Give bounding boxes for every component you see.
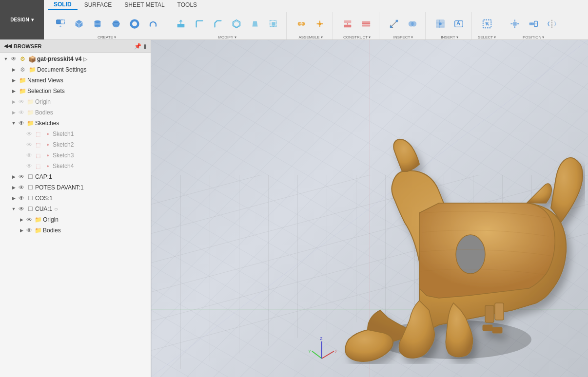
browser-panel: ◀◀ BROWSER 📌 ▮ ▼ 👁 ⚙ 📦 gat-presskit4 v4 … bbox=[0, 40, 151, 377]
insert-svg-btn[interactable] bbox=[450, 15, 468, 33]
svg-rect-25 bbox=[396, 19, 398, 22]
bodies-toggle[interactable]: ▶ bbox=[10, 109, 18, 116]
sketch4-visibility[interactable]: 👁 bbox=[26, 163, 33, 170]
root-settings-icon: ⚙ bbox=[19, 55, 26, 63]
tree-item-cua1-bodies[interactable]: ▶ 👁 📁 Bodies bbox=[0, 225, 151, 236]
motion-link-btn[interactable] bbox=[311, 15, 329, 33]
tree-item-sketch3[interactable]: 👁 ⬚ ● Sketch3 bbox=[0, 150, 151, 161]
shell-btn[interactable] bbox=[228, 15, 245, 33]
tree-item-sketches[interactable]: ▼ 👁 📁 Sketches bbox=[0, 118, 151, 129]
create-label[interactable]: CREATE▾ bbox=[98, 35, 116, 39]
tree-item-cua1-origin[interactable]: ▶ 👁 📁 Origin bbox=[0, 214, 151, 225]
tree-item-named-views[interactable]: ▶ 📁 Named Views bbox=[0, 75, 151, 86]
named-views-toggle[interactable]: ▶ bbox=[10, 76, 18, 84]
svg-point-6 bbox=[113, 20, 120, 27]
tree-item-cos1[interactable]: ▶ 👁 ☐ COS:1 bbox=[0, 193, 151, 204]
svg-rect-9 bbox=[177, 24, 185, 27]
potes-toggle[interactable]: ▶ bbox=[10, 184, 18, 191]
position-label[interactable]: POSITION▾ bbox=[523, 35, 544, 39]
tab-tools[interactable]: TOOLS bbox=[172, 0, 203, 10]
cua1-bodies-visibility[interactable]: 👁 bbox=[26, 227, 33, 234]
box-btn[interactable] bbox=[70, 15, 88, 33]
selection-sets-toggle[interactable]: ▶ bbox=[10, 87, 18, 95]
sketch2-visibility[interactable]: 👁 bbox=[26, 141, 33, 148]
sketches-toggle[interactable]: ▼ bbox=[10, 119, 18, 127]
cylinder-btn[interactable] bbox=[89, 15, 106, 33]
insert-icons bbox=[431, 12, 468, 35]
offset-plane-btn[interactable] bbox=[339, 15, 356, 33]
svg-rect-17 bbox=[344, 20, 352, 23]
sketch3-visibility[interactable]: 👁 bbox=[26, 152, 33, 159]
design-button[interactable]: DESIGN ▾ bbox=[0, 0, 44, 39]
tree-item-potes[interactable]: ▶ 👁 ☐ POTES DAVANT:1 bbox=[0, 182, 151, 193]
joint-btn[interactable] bbox=[293, 15, 310, 33]
tree-item-sketch4[interactable]: 👁 ⬚ ● Sketch4 bbox=[0, 161, 151, 171]
scale-btn[interactable] bbox=[265, 15, 282, 33]
select-label[interactable]: SELECT▾ bbox=[478, 35, 496, 39]
tree-item-selection-sets[interactable]: ▶ 📁 Selection Sets bbox=[0, 86, 151, 96]
browser-expand-icon[interactable]: ▮ bbox=[143, 43, 147, 50]
doc-settings-toggle[interactable]: ▶ bbox=[10, 66, 18, 74]
browser-collapse-icon[interactable]: ◀◀ bbox=[4, 43, 12, 49]
interference-btn[interactable] bbox=[404, 15, 421, 33]
tree-item-cua1[interactable]: ▼ 👁 ☐ CUA:1 ○ bbox=[0, 204, 151, 214]
tree-item-bodies[interactable]: ▶ 👁 📁 Bodies bbox=[0, 107, 151, 118]
cos1-visibility[interactable]: 👁 bbox=[18, 195, 25, 202]
cap1-visibility[interactable]: 👁 bbox=[18, 173, 25, 180]
cua1-label: CUA:1 bbox=[35, 206, 52, 212]
coil-btn[interactable] bbox=[144, 15, 162, 33]
select-icons bbox=[478, 12, 496, 35]
insert-mesh-btn[interactable] bbox=[431, 15, 449, 33]
sketch4-pin-icon: ● bbox=[44, 162, 52, 170]
sketches-visibility[interactable]: 👁 bbox=[18, 120, 25, 127]
tree-item-origin[interactable]: ▶ 👁 📁 Origin bbox=[0, 96, 151, 107]
inspect-label[interactable]: INSPECT▾ bbox=[393, 35, 413, 39]
modify-label[interactable]: MODIFY▾ bbox=[218, 35, 236, 39]
sketch1-visibility[interactable]: 👁 bbox=[26, 131, 33, 137]
measure-btn[interactable] bbox=[385, 15, 403, 33]
viewport[interactable]: X Y Z bbox=[151, 40, 588, 377]
tree-item-doc-settings[interactable]: ▶ ⚙ 📁 Document Settings bbox=[0, 64, 151, 75]
tree-item-cap1[interactable]: ▶ 👁 ☐ CAP:1 bbox=[0, 171, 151, 182]
new-component-btn[interactable]: + bbox=[52, 15, 69, 33]
tree-item-sketch1[interactable]: 👁 ⬚ ● Sketch1 bbox=[0, 129, 151, 139]
tree-item-sketch2[interactable]: 👁 ⬚ ● Sketch2 bbox=[0, 139, 151, 150]
tab-solid[interactable]: SOLID bbox=[48, 0, 78, 10]
mirror-btn[interactable] bbox=[543, 15, 561, 33]
browser-pin-icon[interactable]: 📌 bbox=[134, 43, 141, 50]
potes-visibility[interactable]: 👁 bbox=[18, 184, 25, 191]
tree-item-root[interactable]: ▼ 👁 ⚙ 📦 gat-presskit4 v4 ▷ bbox=[0, 54, 151, 64]
fillet-btn[interactable] bbox=[191, 15, 208, 33]
create-icons: + bbox=[52, 12, 162, 35]
root-visibility[interactable]: 👁 bbox=[10, 56, 17, 62]
cat-model bbox=[341, 115, 585, 364]
construct-label[interactable]: CONSTRUCT▾ bbox=[343, 35, 371, 39]
torus-btn[interactable] bbox=[126, 15, 143, 33]
sphere-btn[interactable] bbox=[107, 15, 125, 33]
bodies-visibility[interactable]: 👁 bbox=[18, 109, 25, 116]
origin-toggle[interactable]: ▶ bbox=[10, 98, 18, 106]
midplane-btn[interactable] bbox=[357, 15, 375, 33]
cua1-toggle[interactable]: ▼ bbox=[10, 205, 18, 213]
tab-surface[interactable]: SURFACE bbox=[78, 0, 118, 10]
move-btn[interactable] bbox=[506, 15, 524, 33]
align-btn[interactable] bbox=[525, 15, 542, 33]
cap1-toggle[interactable]: ▶ bbox=[10, 173, 18, 181]
origin-visibility[interactable]: 👁 bbox=[18, 98, 25, 105]
assemble-label[interactable]: ASSEMBLE▾ bbox=[298, 35, 322, 39]
insert-label[interactable]: INSERT▾ bbox=[441, 35, 458, 39]
svg-text:Y: Y bbox=[308, 349, 311, 354]
draft-btn[interactable] bbox=[246, 15, 264, 33]
root-toggle[interactable]: ▼ bbox=[2, 55, 10, 63]
cua1-bodies-toggle[interactable]: ▶ bbox=[18, 226, 25, 234]
cos1-toggle[interactable]: ▶ bbox=[10, 194, 18, 202]
position-icons bbox=[506, 12, 561, 35]
cua1-origin-toggle[interactable]: ▶ bbox=[18, 216, 25, 224]
chamfer-btn[interactable] bbox=[209, 15, 227, 33]
tab-sheet-metal[interactable]: SHEET METAL bbox=[118, 0, 170, 10]
cua1-origin-visibility[interactable]: 👁 bbox=[26, 216, 33, 223]
press-pull-btn[interactable] bbox=[172, 15, 190, 33]
assemble-icons bbox=[293, 12, 329, 35]
cua1-visibility[interactable]: 👁 bbox=[18, 206, 25, 212]
select-btn[interactable] bbox=[478, 15, 496, 33]
